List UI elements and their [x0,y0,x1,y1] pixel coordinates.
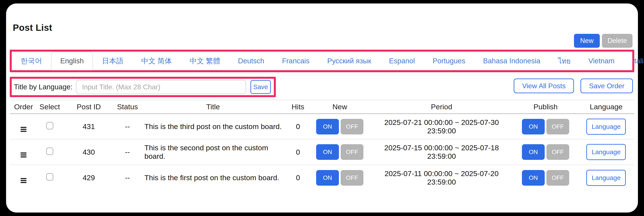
drag-handle-icon[interactable] [20,178,26,183]
header-post-id: Post ID [62,100,115,114]
language-tabs-highlight-box: 한국어 English 日本語 中文 简体 中文 繁體 Deutsch Fran… [10,50,634,72]
view-all-posts-button[interactable]: View All Posts [514,78,574,93]
hits: 0 [286,139,310,165]
new-off-button[interactable]: OFF [341,119,364,134]
drag-handle-icon[interactable] [20,127,26,132]
language-button[interactable]: Language [586,170,626,186]
publish-on-button[interactable]: ON [522,119,545,134]
hits: 0 [286,114,310,139]
tab-thai[interactable]: ไทย [549,52,580,70]
language-button[interactable]: Language [586,144,626,160]
status: -- [115,114,140,139]
select-checkbox[interactable] [46,148,53,155]
status: -- [115,165,140,190]
language-button[interactable]: Language [586,119,626,135]
tab-english[interactable]: English [51,52,93,70]
new-on-button[interactable]: ON [316,144,339,160]
toolbar-row: Title by Language: Save View All Posts S… [10,77,634,97]
tab-vietnamese[interactable]: Vietnam [580,52,624,70]
header-select: Select [37,100,62,114]
tab-russian[interactable]: Русский язык [318,52,380,70]
publish-off-button[interactable]: OFF [546,170,569,186]
publish-toggle: ON OFF [522,144,569,160]
tab-german[interactable]: Deutsch [229,52,273,70]
header-period: Period [370,100,513,114]
drag-handle-icon[interactable] [20,152,26,158]
table-header-row: Order Select Post ID Status Title Hits N… [10,100,634,114]
post-title: This is the third post on the custom boa… [140,114,286,139]
period: 2025-07-21 00:00:00 ~ 2025-07-30 23:59:0… [370,114,513,139]
tab-chinese-traditional[interactable]: 中文 繁體 [180,52,229,70]
tab-japanese[interactable]: 日本語 [93,52,132,70]
table-row: 429 -- This is the first post on the cus… [10,165,634,190]
language-tab-bar: 한국어 English 日本語 中文 简体 中文 繁體 Deutsch Fran… [12,52,632,70]
publish-off-button[interactable]: OFF [546,119,569,134]
publish-on-button[interactable]: ON [522,170,545,186]
post-list-panel: Post List New Delete 한국어 English 日本語 中文 … [6,4,638,212]
period: 2025-07-15 00:00:00 ~ 2025-07-18 23:59:0… [370,139,513,165]
header-publish: Publish [513,100,578,114]
tab-korean[interactable]: 한국어 [12,52,51,70]
new-off-button[interactable]: OFF [341,144,364,160]
new-toggle: ON OFF [316,170,364,186]
title-input[interactable] [76,80,246,94]
status: -- [115,139,140,165]
toolbar-actions: View All Posts Save Order [514,78,633,93]
post-table: Order Select Post ID Status Title Hits N… [10,100,634,190]
header-language: Language [578,100,634,114]
post-id: 431 [62,114,115,139]
save-button[interactable]: Save [250,80,271,94]
publish-off-button[interactable]: OFF [546,144,569,160]
table-row: 430 -- This is the second post on the cu… [10,139,634,165]
tab-italian[interactable]: Italiano [624,52,644,70]
select-checkbox[interactable] [46,122,53,130]
new-button[interactable]: New [574,34,600,48]
new-on-button[interactable]: ON [316,170,339,186]
period: 2025-07-11 00:00:00 ~ 2025-07-20 23:59:0… [370,165,513,190]
tab-spanish[interactable]: Espanol [380,52,424,70]
publish-toggle: ON OFF [522,119,569,134]
title-by-language-label: Title by Language: [14,83,72,91]
screen: { "page": { "title": "Post List" }, "hea… [0,0,644,216]
publish-on-button[interactable]: ON [522,144,545,160]
page-title: Post List [13,22,52,33]
header-actions: New Delete [574,34,632,48]
publish-toggle: ON OFF [522,170,569,186]
post-id: 430 [62,139,115,165]
post-id: 429 [62,165,115,190]
header-status: Status [115,100,140,114]
header-order: Order [10,100,37,114]
new-off-button[interactable]: OFF [341,170,364,186]
panel-header: Post List New Delete [10,4,634,50]
tab-french[interactable]: Francais [273,52,318,70]
title-by-language-highlight-box: Title by Language: Save [10,77,276,97]
select-checkbox[interactable] [46,173,53,181]
delete-button[interactable]: Delete [602,34,632,48]
tab-chinese-simplified[interactable]: 中文 简体 [132,52,180,70]
new-on-button[interactable]: ON [316,119,339,134]
post-title: This is the second post on the custom bo… [140,139,286,165]
hits: 0 [286,165,310,190]
header-new: New [310,100,370,114]
new-toggle: ON OFF [316,144,364,160]
save-order-button[interactable]: Save Order [580,78,633,93]
tab-portuguese[interactable]: Portugues [424,52,474,70]
new-toggle: ON OFF [316,119,364,134]
header-hits: Hits [286,100,310,114]
table-row: 431 -- This is the third post on the cus… [10,114,634,139]
tab-indonesian[interactable]: Bahasa Indonesia [474,52,549,70]
header-title: Title [140,100,286,114]
post-title: This is the first post on the custom boa… [140,165,286,190]
